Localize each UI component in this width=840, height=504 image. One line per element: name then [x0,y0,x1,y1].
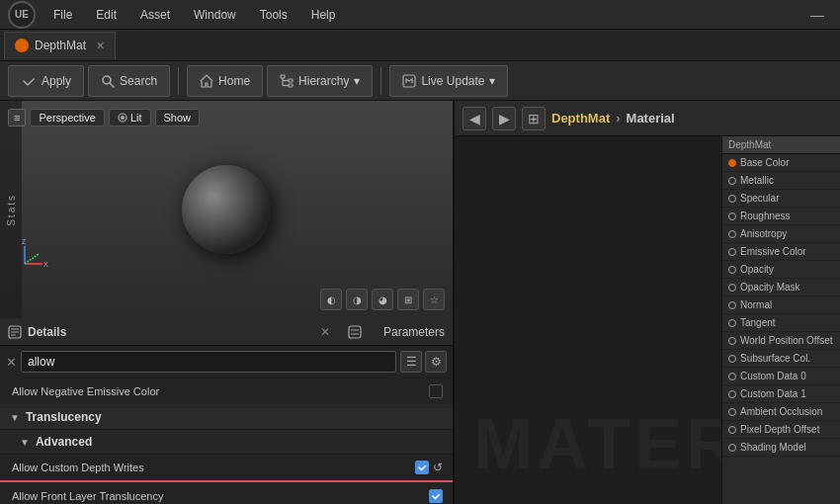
node-dot-subsurface [728,355,736,363]
node-dot-anisotropy [728,230,736,238]
breadcrumb-node[interactable]: DepthMat [551,111,610,126]
node-item-opacity-mask[interactable]: Opacity Mask [722,279,840,296]
node-dot-roughness [728,212,736,220]
node-item-custom-data-1[interactable]: Custom Data 1 [722,385,840,403]
sphere-preview [182,165,271,254]
viewport-icon-3[interactable]: ◕ [372,289,393,310]
node-dot-custom-data-0 [728,373,736,380]
node-dot-opacity [728,266,736,274]
apply-icon [21,73,37,89]
menu-edit[interactable]: Edit [90,6,123,24]
viewport[interactable]: Stats ≡ Perspective Lit Show [0,101,453,318]
home-icon [200,74,213,88]
search-options: ☰ ⚙ [400,351,447,373]
node-item-subsurface[interactable]: Subsurface Col. [722,350,840,368]
node-item-normal[interactable]: Normal [722,296,840,314]
params-icon [348,325,362,339]
stats-sidebar[interactable]: Stats [0,101,22,318]
node-dot-shading-model [728,444,736,452]
node-item-emissive[interactable]: Emissive Color [722,243,840,261]
viewport-icon-1[interactable]: ◐ [320,289,342,310]
node-panel: DepthMat Base Color Metallic Specular Ro… [721,136,840,504]
toolbar-separator-2 [380,67,381,95]
hierarchy-arrow: ▾ [354,74,360,88]
svg-rect-3 [289,79,293,82]
node-dot-ambient-occlusion [728,408,736,416]
live-update-icon [402,74,416,88]
search-row: ✕ ☰ ⚙ [0,346,453,378]
node-dot-custom-data-1 [728,390,736,398]
back-button[interactable]: ◀ [462,107,486,130]
viewport-perspective-button[interactable]: Perspective [30,109,104,126]
viewport-menu-button[interactable]: ≡ [8,109,26,126]
main-area: Stats ≡ Perspective Lit Show [0,101,840,504]
right-panel: ◀ ▶ ⊞ DepthMat › Material MATERIA DepthM… [455,101,840,504]
details-close-button[interactable]: ✕ [320,325,330,339]
tab-depthmat[interactable]: DepthMat ✕ [4,32,116,59]
node-item-anisotropy[interactable]: Anisotropy [722,225,840,243]
node-item-roughness[interactable]: Roughness [722,208,840,225]
node-item-tangent[interactable]: Tangent [722,314,840,332]
menu-asset[interactable]: Asset [134,6,176,24]
search-input[interactable] [28,355,389,369]
tab-close-button[interactable]: ✕ [96,40,105,52]
node-item-ambient-occlusion[interactable]: Ambient Occlusion [722,403,840,421]
breadcrumb: DepthMat › Material [551,111,675,126]
node-item-world-position[interactable]: World Position Offset [722,332,840,350]
node-dot-emissive [728,248,736,256]
toolbar-separator [178,67,179,95]
details-icon [8,325,22,339]
prop-checkbox-allow-negative-emissive[interactable] [429,384,443,398]
prop-checkbox-allow-front-layer[interactable] [429,489,443,503]
prop-checkbox-allow-custom-depth[interactable] [415,461,429,474]
menu-help[interactable]: Help [305,6,342,24]
node-item-pixel-depth[interactable]: Pixel Depth Offset [722,421,840,439]
svg-line-1 [111,83,115,87]
node-item-shading-model[interactable]: Shading Model [722,439,840,457]
home-button[interactable]: Home [187,65,263,97]
viewport-icon-5[interactable]: ☆ [423,289,445,310]
section-advanced[interactable]: ▼ Advanced [0,430,453,455]
menu-file[interactable]: File [47,6,78,24]
search-icon [101,74,115,88]
menu-tools[interactable]: Tools [254,6,294,24]
viewport-icon-2[interactable]: ◑ [346,289,368,310]
node-dot-opacity-mask [728,284,736,292]
viewport-icon-4[interactable]: ⊞ [397,289,419,310]
tab-bar: DepthMat ✕ [0,30,840,61]
forward-button[interactable]: ▶ [492,107,516,130]
node-item-specular[interactable]: Specular [722,190,840,208]
node-dot-world-position [728,337,736,345]
parameters-tab[interactable]: Parameters [383,325,445,339]
material-graph[interactable]: MATERIA DepthMat Base Color Metallic Spe… [455,136,840,504]
node-item-metallic[interactable]: Metallic [722,172,840,190]
hierarchy-icon [280,74,294,88]
search-clear-button[interactable]: ✕ [6,355,17,370]
viewport-show-button[interactable]: Show [155,109,201,126]
hierarchy-button[interactable]: Hierarchy ▾ [267,65,373,97]
viewport-background [0,101,453,318]
search-input-wrap[interactable] [21,351,396,373]
settings-button[interactable]: ⚙ [425,351,447,373]
node-dot-tangent [728,319,736,327]
tab-icon [15,39,29,52]
viewport-top-controls: ≡ Perspective Lit Show [8,109,200,126]
viewport-lit-button[interactable]: Lit [109,109,151,126]
center-button[interactable]: ⊞ [522,107,546,130]
svg-rect-4 [289,84,293,87]
svg-rect-2 [281,75,285,78]
section-translucency[interactable]: ▼ Translucency [0,405,453,430]
list-view-button[interactable]: ☰ [400,351,422,373]
svg-point-0 [103,76,111,84]
node-item-custom-data-0[interactable]: Custom Data 0 [722,368,840,385]
apply-button[interactable]: Apply [8,65,84,97]
node-item-opacity[interactable]: Opacity [722,261,840,279]
search-button[interactable]: Search [88,65,170,97]
minimize-button[interactable]: — [802,7,832,23]
node-item-base-color[interactable]: Base Color [722,154,840,172]
live-update-button[interactable]: Live Update ▾ [389,65,508,97]
svg-point-10 [121,116,125,120]
menu-window[interactable]: Window [188,6,242,24]
stats-label: Stats [6,194,17,226]
prop-reset-allow-custom-depth[interactable]: ↺ [433,461,443,474]
